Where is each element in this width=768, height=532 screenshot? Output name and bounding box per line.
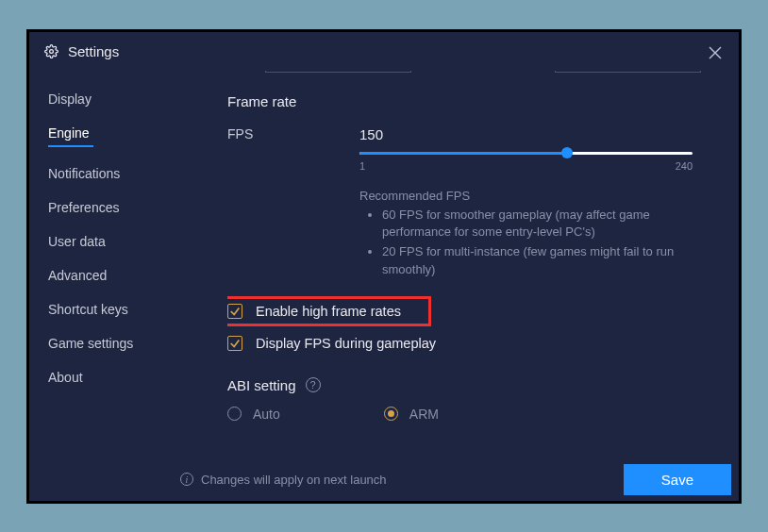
- recommended-title: Recommended FPS: [359, 189, 714, 203]
- sidebar-item-label: User data: [48, 234, 106, 249]
- checkbox-label: Enable high frame rates: [256, 304, 401, 319]
- sidebar-item-engine[interactable]: Engine: [48, 116, 179, 157]
- main-panel: Frame rate FPS 150 1 240: [180, 71, 739, 501]
- sidebar-item-advanced[interactable]: Advanced: [48, 258, 179, 292]
- radio-icon[interactable]: [384, 407, 398, 421]
- checkbox-icon[interactable]: [227, 336, 242, 351]
- fps-slider[interactable]: 1 240: [359, 152, 693, 172]
- sidebar-item-label: Preferences: [48, 200, 119, 215]
- partial-boxes: [265, 71, 714, 73]
- checkbox-label: Display FPS during gameplay: [256, 336, 436, 351]
- radio-label: Auto: [253, 407, 280, 422]
- enable-high-frame-rates-row[interactable]: Enable high frame rates: [227, 296, 431, 326]
- help-icon[interactable]: ?: [306, 377, 321, 392]
- radio-icon[interactable]: [227, 407, 242, 421]
- sidebar-item-label: Advanced: [48, 268, 107, 283]
- abi-option-auto[interactable]: Auto: [227, 407, 280, 422]
- footer-message: i Changes will apply on next launch: [180, 473, 387, 487]
- sidebar-item-label: About: [48, 370, 83, 385]
- abi-title: ABI setting: [227, 377, 296, 393]
- sidebar-item-label: Shortcut keys: [48, 302, 128, 317]
- dropdown-outline[interactable]: [555, 71, 701, 73]
- settings-dialog: Settings Display Engine Notifications Pr…: [26, 29, 742, 504]
- recommended-item: 20 FPS for multi-instance (few games mig…: [382, 243, 690, 279]
- abi-option-arm[interactable]: ARM: [384, 407, 439, 422]
- fps-row: FPS 150 1 240: [227, 126, 714, 281]
- dialog-header: Settings: [29, 32, 739, 71]
- abi-options: Auto ARM: [227, 407, 714, 422]
- close-button[interactable]: [709, 45, 722, 62]
- footer-text: Changes will apply on next launch: [201, 473, 387, 487]
- gear-icon: [44, 44, 58, 58]
- sidebar-item-game-settings[interactable]: Game settings: [48, 326, 179, 360]
- sidebar-item-label: Game settings: [48, 336, 133, 351]
- sidebar-item-shortcut-keys[interactable]: Shortcut keys: [48, 292, 179, 326]
- dialog-title: Settings: [68, 43, 119, 59]
- checkbox-icon[interactable]: [227, 304, 242, 319]
- abi-row: ABI setting ?: [227, 377, 714, 393]
- info-icon: i: [180, 473, 193, 486]
- sidebar-item-label: Display: [48, 91, 92, 107]
- fps-value: 150: [359, 126, 714, 142]
- slider-min: 1: [359, 160, 365, 172]
- recommended-list: 60 FPS for smoother gameplay (may affect…: [359, 207, 690, 279]
- display-fps-row[interactable]: Display FPS during gameplay: [227, 336, 714, 351]
- radio-label: ARM: [409, 407, 439, 422]
- save-button[interactable]: Save: [624, 464, 731, 495]
- slider-thumb[interactable]: [561, 147, 573, 158]
- recommended-item: 60 FPS for smoother gameplay (may affect…: [382, 207, 690, 242]
- fps-label: FPS: [227, 126, 359, 141]
- sidebar-item-notifications[interactable]: Notifications: [48, 157, 179, 191]
- sidebar-item-user-data[interactable]: User data: [48, 224, 179, 258]
- sidebar-item-label: Notifications: [48, 166, 120, 181]
- dialog-content: Display Engine Notifications Preferences…: [29, 71, 739, 501]
- dialog-footer: i Changes will apply on next launch Save: [180, 458, 739, 501]
- scroll-area[interactable]: Frame rate FPS 150 1 240: [227, 71, 714, 458]
- svg-point-0: [50, 49, 54, 53]
- sidebar-item-preferences[interactable]: Preferences: [48, 191, 179, 224]
- sidebar-item-label: Engine: [48, 125, 90, 141]
- dropdown-outline[interactable]: [265, 71, 411, 73]
- slider-max: 240: [676, 160, 693, 172]
- fps-control: 150 1 240 Recommended FPS: [359, 126, 714, 281]
- sidebar-item-about[interactable]: About: [48, 360, 179, 394]
- frame-rate-title: Frame rate: [227, 93, 714, 109]
- sidebar-item-display[interactable]: Display: [48, 82, 179, 116]
- sidebar: Display Engine Notifications Preferences…: [29, 71, 180, 501]
